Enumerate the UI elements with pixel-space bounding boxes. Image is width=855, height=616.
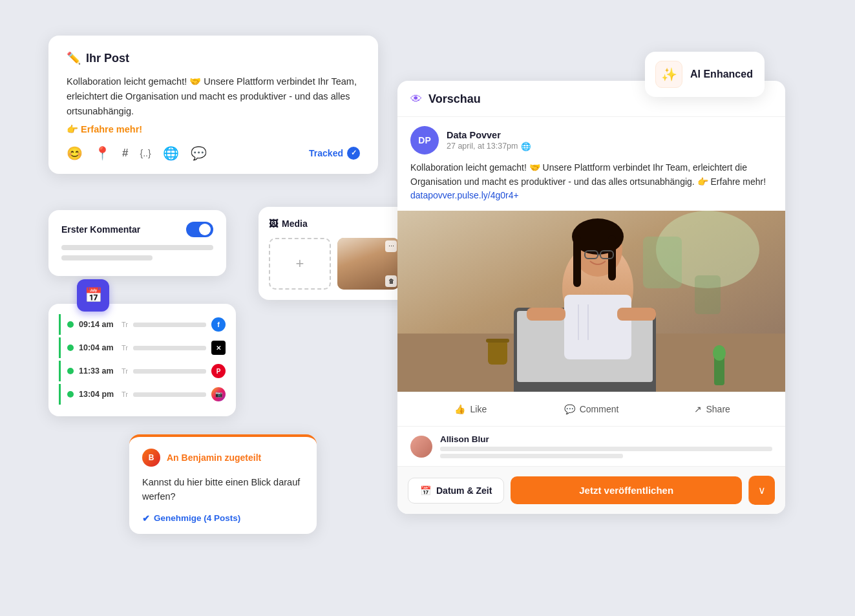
svg-rect-2: [643, 237, 682, 288]
media-thumbnail: ⋯ 🗑: [337, 238, 399, 290]
share-label: Share: [706, 404, 730, 414]
kommentar-label: Erster Kommentar: [61, 224, 140, 235]
approve-label: Genehmige (4 Posts): [154, 513, 240, 523]
ihr-post-title: ✏️ Ihr Post: [67, 51, 360, 65]
approve-check-icon: ✔: [142, 513, 150, 524]
svg-rect-22: [617, 308, 656, 321]
schedule-time-4: 13:04 pm: [79, 390, 116, 399]
schedule-bar-2: [133, 346, 206, 350]
schedule-time-2: 10:04 am: [79, 343, 116, 352]
media-add-placeholder[interactable]: +: [269, 238, 331, 290]
post-date: 27 april, at 13:37pm 🌐: [447, 142, 531, 151]
schedule-icon-4: Tr: [121, 390, 128, 398]
assignment-question: Kannst du hier bitte einen Blick darauf …: [142, 476, 304, 504]
commenter-name: Allison Blur: [440, 434, 772, 444]
pinterest-icon-3: P: [211, 364, 226, 378]
calendar-float-icon[interactable]: 📅: [77, 279, 109, 312]
kommentar-toggle[interactable]: [186, 222, 213, 237]
like-label: Like: [470, 404, 487, 414]
svg-rect-9: [486, 339, 509, 343]
preview-text-content: Kollaboration leicht gemacht! 🤝 Unsere P…: [397, 161, 785, 211]
comment-line-2: [440, 454, 623, 458]
author-name: Data Povver: [447, 130, 531, 140]
kommentar-row: Erster Kommentar: [61, 222, 213, 237]
share-icon: ↗: [694, 404, 702, 414]
calendar-icon: 📅: [420, 485, 431, 496]
svg-rect-8: [488, 340, 507, 365]
eye-icon: 👁: [410, 92, 422, 106]
emoji-icon[interactable]: 😊: [67, 145, 83, 161]
green-dot-2: [67, 345, 74, 351]
svg-rect-20: [564, 295, 631, 359]
preview-title: Vorschau: [428, 92, 481, 106]
schedule-bar-3: [133, 369, 206, 374]
green-dot-4: [67, 391, 74, 398]
commenter-info: Allison Blur: [440, 434, 772, 458]
share-button[interactable]: ↗ Share: [651, 400, 772, 418]
green-dot-3: [67, 368, 74, 374]
kommentar-line1: [61, 245, 213, 250]
globe-icon[interactable]: 🌐: [163, 145, 179, 161]
schedule-row-1: 09:14 am Tr f: [59, 314, 226, 335]
embed-icon[interactable]: {..}: [140, 148, 151, 158]
schedule-time-1: 09:14 am: [79, 320, 116, 329]
preview-image-content: [397, 211, 785, 392]
svg-point-11: [713, 345, 726, 361]
datetime-button[interactable]: 📅 Datum & Zeit: [408, 478, 504, 504]
assignee-name: An Benjamin zugeteilt: [167, 452, 261, 463]
schedule-row-4: 13:04 pm Tr 📷: [59, 384, 226, 405]
green-dot-1: [67, 321, 74, 328]
author-avatar: DP: [410, 126, 439, 154]
approve-link[interactable]: ✔ Genehmige (4 Posts): [142, 513, 304, 524]
schedule-row-2: 10:04 am Tr ✕: [59, 337, 226, 358]
assignment-card: B An Benjamin zugeteilt Kannst du hier b…: [129, 434, 317, 534]
schedule-bar-1: [133, 323, 206, 327]
location-icon[interactable]: 📍: [94, 145, 111, 161]
svg-rect-15: [573, 235, 581, 287]
schedule-bar-4: [133, 392, 206, 397]
preview-post-meta: DP Data Povver 27 april, at 13:37pm 🌐: [397, 117, 785, 161]
like-button[interactable]: 👍 Like: [410, 400, 531, 418]
assignee-row: B An Benjamin zugeteilt: [142, 449, 304, 467]
tracked-label: Tracked: [309, 148, 343, 158]
ai-label: AI Enhanced: [690, 69, 753, 80]
publish-button[interactable]: Jetzt veröffentlichen: [511, 476, 742, 504]
preview-link[interactable]: datapovver.pulse.ly/4g0r4+: [410, 190, 519, 200]
media-thumb-menu[interactable]: ⋯: [385, 240, 397, 252]
preview-image: [397, 211, 785, 392]
commenter-avatar: [410, 436, 432, 458]
hashtag-icon[interactable]: #: [122, 147, 128, 160]
schedule-card: 09:14 am Tr f 10:04 am Tr ✕ 11:33 am Tr …: [48, 304, 236, 416]
media-grid: + ⋯ 🗑: [269, 238, 410, 290]
globe-icon: 🌐: [521, 142, 531, 151]
facebook-icon-1: f: [211, 317, 226, 332]
comment-icon[interactable]: 💬: [191, 145, 207, 161]
preview-footer: 📅 Datum & Zeit Jetzt veröffentlichen ∨: [397, 466, 785, 514]
comment-line-1: [440, 447, 772, 451]
kommentar-line2: [61, 255, 153, 260]
ihr-post-toolbar: 😊 📍 # {..} 🌐 💬 Tracked ✓: [67, 145, 360, 161]
media-title: 🖼 Media: [269, 218, 410, 229]
schedule-icon-2: Tr: [121, 344, 128, 352]
schedule-time-3: 11:33 am: [79, 366, 116, 376]
x-icon-2: ✕: [211, 341, 226, 355]
comment-icon: 💬: [564, 404, 575, 414]
ihr-post-link[interactable]: 👉 Erfahre mehr!: [67, 124, 142, 134]
main-container: ✏️ Ihr Post Kollaboration leicht gemacht…: [0, 0, 855, 616]
instagram-icon-4: 📷: [211, 387, 226, 401]
schedule-row-3: 11:33 am Tr P: [59, 361, 226, 381]
comment-lines: [440, 447, 772, 458]
preview-comment-area: Allison Blur: [397, 427, 785, 466]
preview-actions: 👍 Like 💬 Comment ↗ Share: [397, 392, 785, 427]
ihr-post-card: ✏️ Ihr Post Kollaboration leicht gemacht…: [48, 36, 378, 174]
media-card: 🖼 Media + ⋯ 🗑: [259, 207, 420, 300]
publish-dropdown-button[interactable]: ∨: [748, 476, 775, 505]
schedule-icon-3: Tr: [121, 367, 128, 375]
ai-enhanced-badge[interactable]: ✨ AI Enhanced: [645, 52, 765, 97]
tracked-check-icon: ✓: [347, 147, 360, 160]
pencil-icon: ✏️: [67, 51, 81, 65]
ai-icon: ✨: [655, 61, 682, 88]
comment-button[interactable]: 💬 Comment: [531, 400, 652, 418]
tracked-badge: Tracked ✓: [309, 147, 360, 160]
media-thumb-delete[interactable]: 🗑: [385, 275, 397, 287]
